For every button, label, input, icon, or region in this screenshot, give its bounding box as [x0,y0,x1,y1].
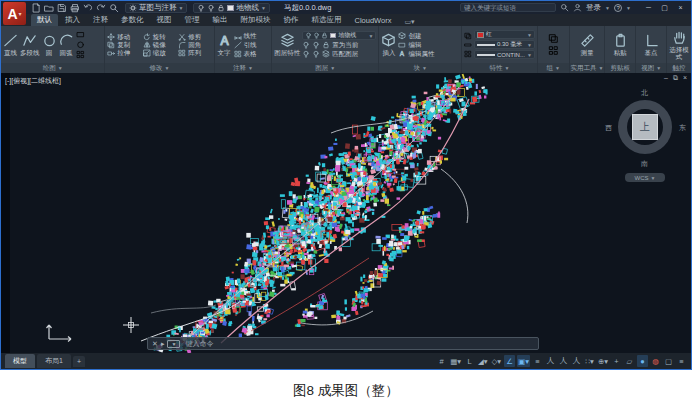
ellipse-tool-icon[interactable] [76,40,85,49]
workspace-switcher[interactable]: 草图与注释 ▼ [125,3,187,13]
panel-label-clipboard[interactable]: 剪贴板 [605,63,635,73]
viewcube-north[interactable]: 北 [641,88,648,98]
match-layer-tool[interactable]: 匹配图层 [302,50,376,58]
ungroup-tool-icon[interactable] [548,45,559,56]
mirror-tool[interactable]: 镜像 [143,41,176,49]
tab-cloudworx[interactable]: CloudWorx [349,15,398,26]
redo-icon[interactable] [96,3,106,13]
wcs-dropdown[interactable]: WCS▼ [625,173,665,182]
color-dropdown[interactable]: 红▼ [474,30,535,39]
selection-mode-tool[interactable]: 选择模式 [668,30,690,60]
table-tool[interactable]: 表格 [234,50,257,58]
tab-addins[interactable]: 附加模块 [235,14,277,26]
polyline-tool[interactable]: 多段线 [20,33,40,56]
status-toggle-0[interactable]: # [436,355,447,367]
status-toggle-11[interactable]: ∷▾ [584,355,595,367]
lineweight-list-icon[interactable] [464,41,472,49]
arc-tool[interactable]: 圆弧 [59,33,74,56]
status-toggle-2[interactable]: L [464,355,475,367]
drawing-canvas[interactable]: [-][俯视][二维线框] – ⧉ × 北 南 西 东 上 WCS▼ [1,73,691,353]
text-tool[interactable]: 文字 [217,33,232,56]
status-toggle-10[interactable]: 人 [571,355,582,367]
rectangle-tool-icon[interactable] [76,30,85,39]
array-tool[interactable]: 阵列 [178,49,211,57]
panel-label-block[interactable]: 块▼ [379,63,460,73]
status-toggle-12[interactable]: ⊕▾ [597,355,609,367]
paste-tool[interactable]: 粘贴 [613,33,628,56]
plot-style-icon[interactable] [464,50,472,58]
restore-button[interactable]: ▢ [657,2,672,13]
doc-minimize-button[interactable]: – [664,74,668,82]
layout1-tab[interactable]: 布局1 [37,354,71,368]
status-toggle-3[interactable]: ◢▾ [477,355,489,367]
hatch-tool-icon[interactable] [76,50,85,59]
viewcube-east[interactable]: 东 [679,123,686,133]
chevron-down-icon[interactable]: ▼ [605,5,610,11]
panel-label-group[interactable]: 组▼ [538,63,569,73]
close-icon[interactable]: ✕ [152,339,158,349]
search-icon[interactable] [560,3,569,12]
line-tool[interactable]: 直线 [3,33,18,56]
match-properties-icon[interactable] [464,32,472,40]
status-toggle-16[interactable]: ◍ [650,355,661,367]
tab-view[interactable]: 视图 [151,14,178,26]
move-tool[interactable]: 移动 [107,33,140,41]
help-search-input[interactable] [460,3,556,12]
minimize-button[interactable]: ─ [641,2,656,13]
status-toggle-8[interactable]: 人 [545,355,556,367]
panel-label-annotate[interactable]: 注释▼ [215,63,272,73]
lineweight-dropdown[interactable]: 0.30 毫米▼ [474,40,535,49]
ribbon-display-toggle-icon[interactable]: ▭▾ [404,18,414,26]
doc-close-button[interactable]: × [683,74,687,82]
status-toggle-18[interactable]: ≡ [676,355,687,367]
tab-collaborate[interactable]: 协作 [278,14,305,26]
status-toggle-1[interactable]: ▦▾ [449,355,462,367]
command-line[interactable]: ✕ ▸ ▼ [147,337,539,350]
new-layout-button[interactable]: + [73,356,85,367]
mag-icon[interactable] [109,3,119,13]
panel-label-utilities[interactable]: 实用工具▼ [570,63,605,73]
layer-dropdown[interactable]: 地物线 ▼ [302,31,376,40]
status-toggle-14[interactable]: ▱ [624,355,635,367]
copy-tool[interactable]: 复制 [107,41,140,49]
status-toggle-15[interactable]: ● [637,355,648,367]
undo-icon[interactable] [83,3,93,13]
status-toggle-17[interactable]: ▢ [663,355,674,367]
tab-output[interactable]: 输出 [207,14,234,26]
model-tab[interactable]: 模型 [5,354,35,368]
panel-label-layers[interactable]: 图层▼ [272,63,378,73]
scale-tool[interactable]: 缩放 [143,49,176,57]
status-toggle-7[interactable]: ≡ [532,355,543,367]
make-current-tool[interactable]: 置为当前 [302,41,376,49]
linetype-dropdown[interactable]: CONTIN...▼ [474,50,535,59]
panel-label-view[interactable]: 视图▼ [636,63,666,73]
layer-properties-tool[interactable]: 图层特性 [274,33,300,56]
save-icon[interactable] [57,3,67,13]
tab-manage[interactable]: 管理 [179,14,206,26]
close-button[interactable]: × [673,2,688,13]
command-input[interactable] [183,339,534,348]
help-button[interactable]: ? [614,4,622,12]
user-icon[interactable] [573,3,582,12]
edit-attributes-tool[interactable]: 编辑属性 [398,50,434,58]
doc-restore-button[interactable]: ⧉ [673,74,678,82]
panel-label-modify[interactable]: 修改▼ [105,63,213,73]
status-toggle-4[interactable]: ◇▾ [491,355,503,367]
sign-in-button[interactable]: 登录 [586,3,601,13]
tab-featured-apps[interactable]: 精选应用 [306,14,348,26]
create-block-tool[interactable]: 创建 [398,32,434,40]
status-toggle-9[interactable]: 人 [558,355,569,367]
view-cube[interactable]: 北 南 西 东 上 WCS▼ [603,87,687,187]
status-toggle-13[interactable]: + [611,355,622,367]
folder-icon[interactable] [44,3,54,13]
trim-tool[interactable]: 修剪 [178,33,211,41]
app-menu-button[interactable]: A▾ [3,2,26,25]
qat-layer-control[interactable]: 地物线 ▼ [193,3,269,13]
leader-tool[interactable]: 引线 [234,41,257,49]
panel-label-properties[interactable]: 特性▼ [462,63,537,73]
print-icon[interactable] [70,3,80,13]
status-toggle-6[interactable]: ▣▾ [517,355,530,367]
tab-annotate[interactable]: 注释 [87,14,114,26]
group-tool-icon[interactable] [548,33,559,44]
recent-commands-icon[interactable]: ▼ [167,340,180,348]
